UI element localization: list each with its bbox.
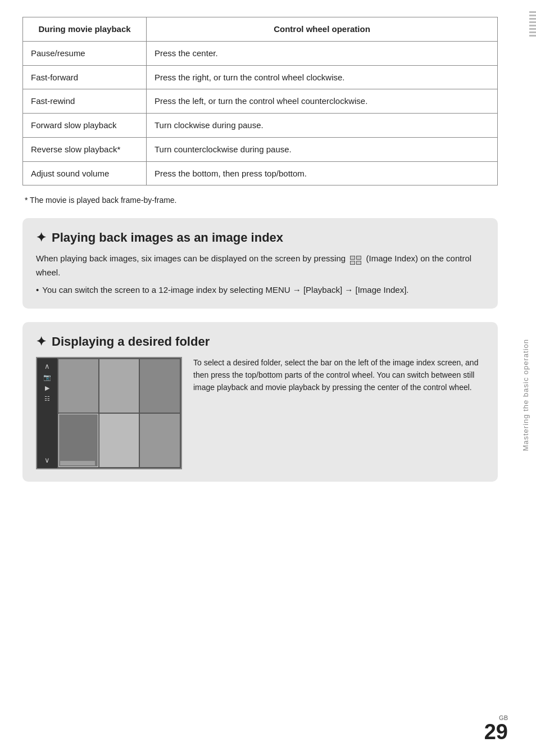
table-header-operation: Control wheel operation bbox=[147, 17, 498, 42]
folder-content: ∧ 📷 ▶ ☷ ∨ bbox=[36, 357, 484, 469]
side-line-8 bbox=[529, 35, 536, 37]
svg-rect-4 bbox=[351, 256, 355, 259]
folder-image: ∧ 📷 ▶ ☷ ∨ bbox=[36, 357, 182, 469]
side-line-4 bbox=[529, 21, 536, 23]
image-index-icon-wrapper bbox=[349, 253, 362, 266]
table-cell-operation: Press the left, or turn the control whee… bbox=[147, 89, 498, 114]
sun-icon: ✦ bbox=[36, 230, 46, 245]
side-line-3 bbox=[529, 18, 536, 20]
page-number-block: GB 29 bbox=[484, 714, 508, 743]
grid-cell-6 bbox=[140, 414, 180, 467]
table-cell-action: Fast-rewind bbox=[23, 89, 147, 114]
side-line-1 bbox=[529, 11, 536, 13]
image-index-title: ✦ Playing back images as an image index bbox=[36, 230, 484, 245]
main-content: During movie playback Control wheel oper… bbox=[0, 0, 515, 756]
side-tab-lines bbox=[529, 11, 536, 37]
svg-rect-7 bbox=[357, 261, 361, 264]
table-cell-operation: Turn counterclockwise during pause. bbox=[147, 137, 498, 161]
table-row: Fast-forwardPress the right, or turn the… bbox=[23, 65, 498, 89]
side-line-7 bbox=[529, 31, 536, 33]
side-line-2 bbox=[529, 15, 536, 16]
chevron-down-icon: ∨ bbox=[44, 456, 50, 464]
grid-cell-1 bbox=[58, 359, 98, 413]
page-container: During movie playback Control wheel oper… bbox=[0, 0, 536, 756]
table-row: Forward slow playbackTurn clockwise duri… bbox=[23, 114, 498, 138]
table-cell-operation: Press the center. bbox=[147, 41, 498, 65]
side-line-5 bbox=[529, 25, 536, 26]
page-number: 29 bbox=[484, 721, 508, 743]
sun-icon-2: ✦ bbox=[36, 334, 46, 349]
side-tab-label: Mastering the basic operation bbox=[521, 339, 530, 451]
grid-icon: ☷ bbox=[44, 396, 50, 402]
table-row: Pause/resumePress the center. bbox=[23, 41, 498, 65]
table-row: Reverse slow playback*Turn counterclockw… bbox=[23, 137, 498, 161]
table-cell-action: Forward slow playback bbox=[23, 114, 147, 138]
photo-icon: 📷 bbox=[43, 374, 51, 381]
table-row: Fast-rewindPress the left, or turn the c… bbox=[23, 89, 498, 114]
table-cell-action: Fast-forward bbox=[23, 65, 147, 89]
grid-cell-2 bbox=[99, 359, 139, 413]
grid-cell-5 bbox=[99, 414, 139, 467]
folder-section: ✦ Displaying a desired folder ∧ 📷 ▶ ☷ ∨ bbox=[22, 322, 498, 482]
movie-icon: ▶ bbox=[45, 385, 49, 391]
image-index-section: ✦ Playing back images as an image index … bbox=[22, 218, 498, 309]
svg-rect-5 bbox=[357, 256, 361, 259]
side-tab: Mastering the basic operation bbox=[515, 0, 536, 756]
image-index-body: When playing back images, six images can… bbox=[36, 252, 484, 296]
bullet-item: • You can switch the screen to a 12-imag… bbox=[36, 283, 484, 296]
grid-cell-3 bbox=[140, 359, 180, 413]
footnote: * The movie is played back frame-by-fram… bbox=[22, 196, 498, 205]
playback-table: During movie playback Control wheel oper… bbox=[22, 17, 498, 185]
folder-section-title: ✦ Displaying a desired folder bbox=[36, 334, 484, 349]
table-cell-operation: Turn clockwise during pause. bbox=[147, 114, 498, 138]
folder-sidebar: ∧ 📷 ▶ ☷ ∨ bbox=[37, 358, 57, 468]
grid-cell-4 bbox=[58, 414, 98, 467]
folder-grid bbox=[57, 358, 181, 468]
table-row: Adjust sound volumePress the bottom, the… bbox=[23, 161, 498, 185]
table-cell-operation: Press the right, or turn the control whe… bbox=[147, 65, 498, 89]
table-cell-action: Pause/resume bbox=[23, 41, 147, 65]
table-cell-operation: Press the bottom, then press top/bottom. bbox=[147, 161, 498, 185]
table-cell-action: Adjust sound volume bbox=[23, 161, 147, 185]
table-header-action: During movie playback bbox=[23, 17, 147, 42]
table-cell-action: Reverse slow playback* bbox=[23, 137, 147, 161]
chevron-up-icon: ∧ bbox=[44, 363, 50, 370]
folder-description: To select a desired folder, select the b… bbox=[193, 357, 484, 393]
image-index-icon bbox=[349, 255, 362, 265]
svg-rect-6 bbox=[351, 261, 355, 264]
side-line-6 bbox=[529, 28, 536, 30]
